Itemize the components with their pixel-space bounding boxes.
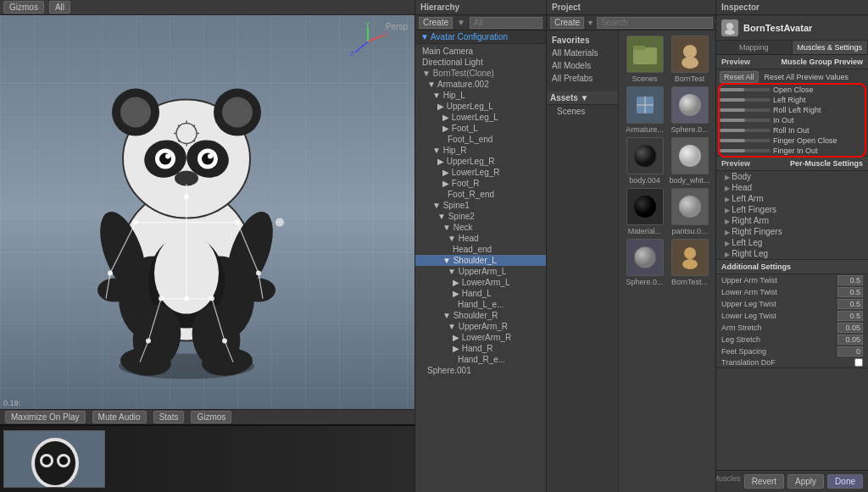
svg-point-38 xyxy=(242,278,275,301)
tree-item[interactable]: ▼ Head xyxy=(415,233,546,244)
tree-item[interactable]: Hand_L_e... xyxy=(415,299,546,310)
tree-item[interactable]: Hand_R_e... xyxy=(415,354,546,365)
tree-item[interactable]: ▼ Spine2 xyxy=(415,211,546,222)
slider-track[interactable] xyxy=(720,88,771,91)
hierarchy-toolbar: Create ▼ xyxy=(415,15,546,30)
done-btn[interactable]: Done xyxy=(827,474,863,489)
asset-scenes[interactable]: Scenes xyxy=(624,36,665,83)
inspector-footer: Muscles Revert Apply Done xyxy=(716,470,868,492)
tab-mapping[interactable]: Mapping xyxy=(716,41,793,54)
slider-track[interactable] xyxy=(720,149,771,152)
asset-armature[interactable]: Armature... xyxy=(624,86,665,134)
tree-item[interactable]: ▶ LowerLeg_R xyxy=(415,167,546,178)
perspective-label: Persp xyxy=(386,22,408,31)
tree-item[interactable]: ▶ Foot_L xyxy=(415,123,546,134)
upper-arm-twist-input[interactable] xyxy=(837,275,863,285)
tree-item[interactable]: ▼ BornTest(Clone) xyxy=(415,68,546,79)
inspector-content: Preview Muscle Group Preview Reset All R… xyxy=(716,55,868,470)
tree-item[interactable]: ▼ Hip_R xyxy=(415,145,546,156)
apply-btn[interactable]: Apply xyxy=(787,474,824,489)
translation-dof-checkbox[interactable] xyxy=(854,358,863,367)
hierarchy-create-btn[interactable]: Create xyxy=(419,17,453,29)
tree-item[interactable]: ▶ LowerArm_L xyxy=(415,277,546,288)
asset-body004[interactable]: body.004 xyxy=(624,137,665,185)
favorites-item[interactable]: Favorites xyxy=(547,34,618,47)
tree-item[interactable]: ▼ UpperArm_R xyxy=(415,321,546,332)
tree-item[interactable]: ▼ Spine1 xyxy=(415,200,546,211)
asset-pantsu[interactable]: pantsu.0... xyxy=(669,188,710,235)
tree-item[interactable]: ▼ Hip_L xyxy=(415,90,546,101)
slider-in-out: In Out xyxy=(716,115,868,125)
slider-left-right: Left Right xyxy=(716,95,868,105)
tree-item[interactable]: ▼ Armature.002 xyxy=(415,79,546,90)
maximize-on-play-btn[interactable]: Maximize On Play xyxy=(5,411,86,423)
stats-btn[interactable]: Stats xyxy=(153,411,185,423)
all-models-item[interactable]: All Models xyxy=(547,59,618,72)
per-muscle-left-fingers[interactable]: Left Fingers xyxy=(716,204,868,215)
slider-track[interactable] xyxy=(720,119,771,122)
mute-audio-btn[interactable]: Mute Audio xyxy=(92,411,147,423)
all-materials-item[interactable]: All Materials xyxy=(547,47,618,59)
scene-canvas[interactable]: X Y Z Persp xyxy=(0,15,415,409)
per-muscle-body[interactable]: Body xyxy=(716,171,868,182)
tree-item[interactable]: Main Camera xyxy=(415,46,546,57)
arm-stretch-input[interactable] xyxy=(837,323,863,333)
tree-item[interactable]: ▼ Neck xyxy=(415,222,546,233)
slider-track[interactable] xyxy=(720,139,771,142)
per-muscle-right-arm[interactable]: Right Arm xyxy=(716,215,868,226)
asset-sphere2[interactable]: Sphere.0... xyxy=(624,239,665,286)
gizmos-btn[interactable]: Gizmos xyxy=(3,1,44,14)
project-create-btn[interactable]: Create xyxy=(550,17,584,29)
asset-bodywhite[interactable]: body_whit... xyxy=(669,137,710,185)
scenes-sidebar-item[interactable]: Scenes xyxy=(547,105,618,118)
svg-point-65 xyxy=(275,218,284,226)
svg-point-81 xyxy=(634,145,656,167)
all-prefabs-item[interactable]: All Prefabs xyxy=(547,72,618,85)
upper-leg-twist-input[interactable] xyxy=(837,299,863,309)
tree-item[interactable]: ▶ Foot_R xyxy=(415,178,546,189)
asset-material[interactable]: Material... xyxy=(624,188,665,235)
per-muscle-head[interactable]: Head xyxy=(716,182,868,193)
avatar-name: BornTestAvatar xyxy=(743,23,812,33)
tree-item-shoulder-l[interactable]: ▼ Shoulder_L xyxy=(415,255,546,266)
tree-item[interactable]: ▶ Hand_R xyxy=(415,343,546,354)
tree-item[interactable]: Foot_L_end xyxy=(415,134,546,145)
slider-track[interactable] xyxy=(720,98,771,102)
per-muscle-left-arm[interactable]: Left Arm xyxy=(716,193,868,204)
tree-item[interactable]: ▶ LowerLeg_L xyxy=(415,112,546,123)
tab-muscles-settings[interactable]: Muscles & Settings xyxy=(793,41,869,54)
slider-track[interactable] xyxy=(720,108,771,112)
per-muscle-right-fingers[interactable]: Right Fingers xyxy=(716,226,868,237)
asset-sphere[interactable]: Sphere.0... xyxy=(669,86,710,134)
gizmos-bottom-btn[interactable]: Gizmos xyxy=(191,411,231,423)
asset-borntest-prefab[interactable]: BornTest... xyxy=(669,239,710,286)
tree-item[interactable]: Sphere.001 xyxy=(415,365,546,376)
revert-btn[interactable]: Revert xyxy=(744,474,784,489)
slider-label: Roll In Out xyxy=(773,126,865,135)
tree-item[interactable]: Foot_R_end xyxy=(415,189,546,200)
leg-stretch-input[interactable] xyxy=(837,334,863,345)
per-muscle-left-leg[interactable]: Left Leg xyxy=(716,237,868,248)
asset-borntest[interactable]: BornTest xyxy=(669,36,710,83)
lower-arm-twist-input[interactable] xyxy=(837,287,863,297)
project-search[interactable] xyxy=(597,17,713,29)
hierarchy-search[interactable] xyxy=(470,17,542,29)
per-muscle-right-leg[interactable]: Right Leg xyxy=(716,248,868,259)
tree-item[interactable]: ▶ Hand_L xyxy=(415,288,546,299)
tree-item[interactable]: ▶ LowerArm_R xyxy=(415,332,546,343)
tree-item[interactable]: Head_end xyxy=(415,244,546,255)
all-btn[interactable]: All xyxy=(49,1,70,14)
svg-rect-74 xyxy=(633,46,645,50)
tree-item[interactable]: ▶ UpperLeg_L xyxy=(415,101,546,112)
filmstrip xyxy=(0,424,415,492)
tree-item[interactable]: ▶ UpperLeg_R xyxy=(415,156,546,167)
tree-item[interactable]: ▼ Shoulder_R xyxy=(415,310,546,321)
asset-grid: Scenes BornTest xyxy=(622,34,712,288)
tree-item[interactable]: Directional Light xyxy=(415,57,546,68)
slider-track[interactable] xyxy=(720,129,771,132)
translation-dof-row: Translation DoF xyxy=(716,357,868,368)
tree-item[interactable]: ▼ UpperArm_L xyxy=(415,266,546,277)
reset-all-btn[interactable]: Reset All xyxy=(720,71,759,83)
feet-spacing-input[interactable] xyxy=(837,346,863,357)
lower-leg-twist-input[interactable] xyxy=(837,311,863,321)
